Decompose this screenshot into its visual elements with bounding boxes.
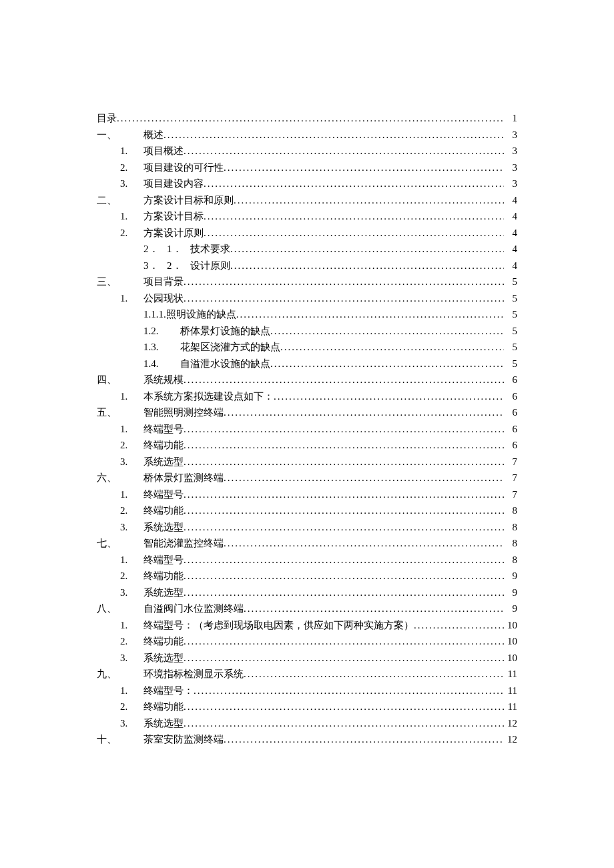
toc-entry: 3.系统选型8 [97,519,517,536]
toc-entry-text: 3. [120,584,143,601]
toc-entry-text: 2. [120,159,143,176]
toc-entry-text: 花架区浇灌方式的缺点 [180,339,280,356]
toc-leader-dots [234,192,504,209]
toc-leader-dots [274,388,504,405]
toc-entry: 1.终端型号6 [97,421,517,438]
toc-entry-text: 系统规模 [143,372,184,388]
toc-leader-dots [270,356,504,372]
toc-entry-text: 十、 [97,731,143,748]
toc-page-number: 5 [504,274,517,290]
toc-entry-text: 项目概述 [143,143,184,159]
toc-leader-dots [184,568,504,584]
toc-leader-dots [414,617,504,634]
toc-entry-text: 3． [143,258,167,274]
toc-page-number: 9 [504,600,517,617]
toc-entry: 目录1 [97,110,517,127]
toc-entry-text: 桥体景灯设施的缺点 [180,323,270,340]
toc-leader-dots [184,502,504,519]
toc-leader-dots [244,666,504,683]
toc-entry-text: 系统选型 [143,584,184,601]
toc-entry-text: 系统选型 [143,519,184,536]
toc-entry-text: 2． [143,241,167,258]
toc-leader-dots [184,633,504,650]
toc-entry-text: 2. [120,633,143,650]
toc-leader-dots [184,584,504,601]
toc-page-number: 7 [504,470,517,486]
toc-leader-dots [204,175,504,192]
toc-page-number: 6 [504,404,517,421]
toc-entry-text: 终端型号： [143,683,194,699]
toc-page-number: 5 [504,323,517,340]
document-page: 目录1一、概述31.项目概述32.项目建设的可行性33.项目建设内容3二、方案设… [0,0,614,868]
toc-page-number: 5 [504,339,517,356]
toc-entry-text: 目录 [97,110,117,127]
toc-leader-dots [184,552,504,568]
toc-entry-text: 1. [120,683,143,699]
toc-page-number: 12 [504,731,517,748]
toc-entry-text: 智能浇灌监控终端 [143,535,224,552]
toc-entry-text: 方案设计目标和原则 [143,192,234,209]
toc-page-number: 8 [504,502,517,519]
toc-entry: 2.终端功能11 [97,699,517,715]
toc-entry-text: 设计原则 [190,258,230,274]
toc-entry-text: 四、 [97,372,143,388]
toc-entry: 九、环境指标检测显示系统11 [97,666,517,683]
toc-entry-text: 终端型号 [143,421,184,438]
toc-entry-text: 1.3. [143,339,180,356]
toc-page-number: 8 [504,519,517,536]
toc-entry-text: 1.2. [143,323,180,340]
toc-leader-dots [270,323,504,340]
toc-entry-text: 智能照明测控终端 [143,404,224,421]
toc-entry-text: 1. [120,552,143,568]
toc-entry: 3.系统选型9 [97,584,517,601]
toc-leader-dots [236,306,504,323]
toc-leader-dots [184,650,504,667]
toc-entry-text: 五、 [97,404,143,421]
toc-entry-text: 1． [167,241,190,258]
toc-entry-text: 公园现状 [143,290,184,307]
toc-entry-text: 茶室安防监测终端 [143,731,224,748]
toc-page-number: 7 [504,486,517,503]
toc-entry: 3.系统选型10 [97,650,517,667]
toc-entry-text: 1. [120,208,143,225]
toc-leader-dots [280,339,504,356]
toc-entry-text: 七、 [97,535,143,552]
toc-leader-dots [117,110,504,127]
toc-entry-text: 桥体景灯监测终端 [143,470,224,486]
toc-entry-text: 1. [120,290,143,307]
toc-entry-text: 一、 [97,127,143,143]
toc-page-number: 4 [504,225,517,242]
toc-entry-text: 终端功能 [143,699,184,715]
toc-page-number: 4 [504,258,517,274]
toc-entry: 1.公园现状5 [97,290,517,307]
toc-entry: 五、智能照明测控终端6 [97,404,517,421]
toc-entry-text: 自溢阀门水位监测终端 [143,600,244,617]
toc-page-number: 10 [504,617,517,634]
toc-leader-dots [184,699,504,715]
toc-entry: 2．1．技术要求4 [97,241,517,258]
toc-page-number: 8 [504,535,517,552]
toc-entry-text: 终端型号：（考虑到现场取电因素，供应如下两种实施方案） [143,617,414,634]
toc-entry: 八、自溢阀门水位监测终端9 [97,600,517,617]
toc-leader-dots [184,715,504,732]
toc-entry: 2.终端功能9 [97,568,517,584]
toc-entry: 2.终端功能6 [97,437,517,454]
toc-page-number: 6 [504,372,517,388]
toc-leader-dots [164,127,504,143]
toc-page-number: 4 [504,208,517,225]
toc-entry: 3.项目建设内容3 [97,175,517,192]
toc-entry: 1.本系统方案拟选建设点如下：6 [97,388,517,405]
table-of-contents: 目录1一、概述31.项目概述32.项目建设的可行性33.项目建设内容3二、方案设… [97,110,517,748]
toc-entry-text: 2. [120,437,143,454]
toc-entry-text: 2． [167,258,190,274]
toc-entry-text: 概述 [143,127,164,143]
toc-leader-dots [224,470,504,486]
toc-page-number: 11 [504,683,517,699]
toc-leader-dots [184,486,504,503]
toc-entry-text: 项目建设的可行性 [143,159,224,176]
toc-entry-text: 项目背景 [143,274,184,290]
toc-page-number: 4 [504,241,517,258]
toc-leader-dots [244,600,504,617]
toc-entry-text: 2. [120,502,143,519]
toc-page-number: 3 [504,127,517,143]
